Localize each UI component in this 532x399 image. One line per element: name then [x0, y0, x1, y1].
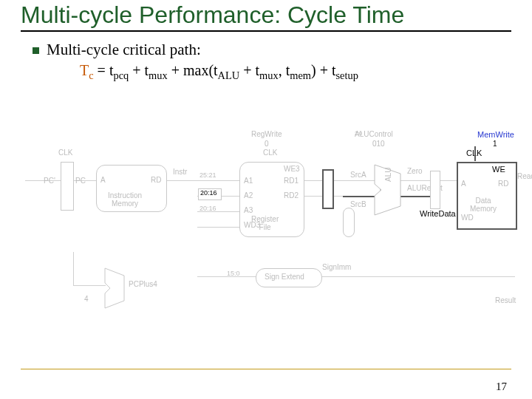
bits-25-21: 25:21	[200, 171, 216, 179]
rf-name: Register File	[251, 215, 279, 231]
sign-extend-label: Sign Extend	[265, 273, 304, 281]
writedata-label: WriteData	[420, 209, 456, 218]
regwrite-val: 0	[265, 140, 269, 148]
bits-15-0: 15:0	[227, 270, 240, 277]
srcB-mux	[343, 208, 355, 237]
clk-label: CLK	[58, 149, 72, 157]
zero-label: Zero	[407, 167, 423, 175]
rf-rd2-label: RD2	[284, 191, 299, 200]
rf-a1-label: A1	[244, 177, 253, 185]
bits-20-16b: 20:16	[200, 205, 216, 212]
title-rule	[21, 30, 511, 32]
pc-out-label: PC	[75, 177, 86, 185]
page-number: 17	[496, 381, 507, 393]
pc-in-label: PC'	[44, 177, 55, 185]
dm-wd-label: WD	[461, 214, 474, 222]
pc-register	[61, 162, 74, 211]
clk-wire	[474, 146, 476, 161]
bullet-1: Multi-cycle critical path:	[33, 41, 511, 59]
clk-label-2: CLK	[263, 149, 277, 157]
memwrite-val: 1	[493, 140, 497, 148]
datapath-diagram: CLK PC' PC A RD Instruction Memory Instr…	[25, 97, 507, 311]
memwrite-label: MemWrite	[477, 130, 514, 139]
wire	[73, 252, 74, 285]
pcplus4-label: PCPlus4	[129, 280, 157, 288]
im-rd-label: RD	[151, 176, 161, 184]
svg-marker-1	[105, 268, 124, 308]
slide-title: Multi-cycle Performance: Cycle Time	[21, 0, 511, 29]
im-name: Instruction Memory	[108, 191, 142, 208]
alucontrol-val: 010	[372, 140, 385, 148]
rf-rd1-label: RD1	[284, 177, 299, 185]
footer-rule	[21, 369, 511, 369]
rf-a2-label: A2	[244, 191, 253, 200]
dm-rd-label: RD	[498, 180, 508, 188]
const-4: 4	[84, 295, 89, 303]
formula-Tc: Tc	[80, 62, 94, 78]
dm-we-label: WE	[492, 165, 505, 174]
instr-label: Instr	[173, 168, 187, 176]
result-label: Result	[495, 296, 516, 304]
bits-20-16: 20:16	[200, 189, 217, 197]
readdata-label: ReadData	[517, 172, 532, 180]
pipe-reg-ab	[322, 169, 334, 209]
pcplus4-adder	[105, 268, 124, 308]
signimm-label: SignImm	[322, 263, 351, 271]
bullet-square-icon	[33, 47, 39, 54]
srcB-label: SrcB	[350, 200, 366, 208]
regwrite-label: RegWrite	[251, 130, 282, 138]
bullet-1-text: Multi-cycle critical path:	[47, 41, 201, 59]
srcA-label: SrcA	[350, 171, 366, 179]
im-a-label: A	[100, 176, 106, 184]
rf-a3-label: A3	[244, 206, 253, 214]
wire	[73, 285, 106, 286]
pipe-reg-alu	[430, 171, 440, 209]
alu-label: ALU	[384, 167, 392, 181]
wire	[197, 276, 515, 277]
dm-name: Data Memory	[470, 197, 497, 213]
critical-path-formula: Tc = tpcq + tmux + max(tALU + tmux, tmem…	[80, 62, 511, 82]
dm-a-label: A	[461, 180, 466, 188]
rf-we3-label: WE3	[284, 165, 300, 173]
